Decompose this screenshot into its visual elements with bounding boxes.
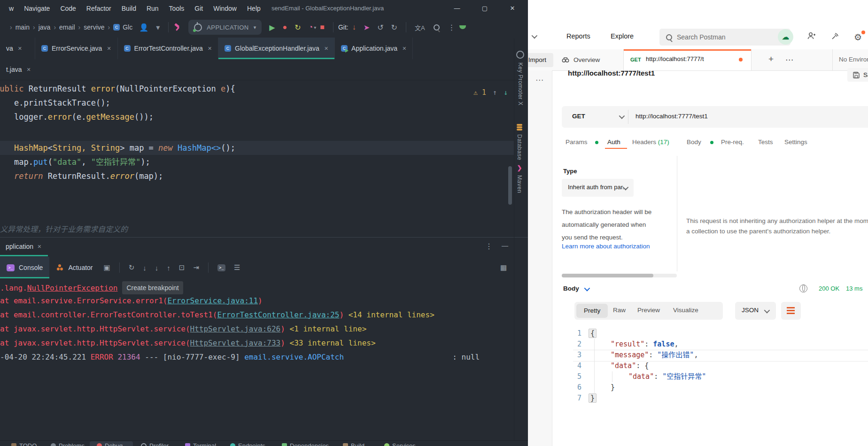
global-search-input[interactable]: Search Postman bbox=[659, 29, 790, 46]
tool-button-dependencies[interactable]: Dependencies bbox=[282, 442, 329, 446]
capture-requests-icon[interactable] bbox=[831, 32, 839, 43]
git-update-icon[interactable]: ↓ bbox=[352, 23, 356, 31]
environment-selector[interactable]: No Environment bbox=[839, 56, 868, 63]
horizontal-scrollbar[interactable] bbox=[562, 274, 677, 277]
tool-button-todo[interactable]: TODO bbox=[11, 442, 37, 446]
breadcrumb-email[interactable]: email bbox=[59, 23, 75, 31]
breadcrumb-java[interactable]: java bbox=[39, 23, 51, 31]
scrollbar-thumb[interactable] bbox=[562, 274, 653, 277]
menu-window[interactable]: Window bbox=[208, 5, 242, 12]
menu-view-partial[interactable]: w bbox=[4, 5, 19, 12]
breadcrumb-servive[interactable]: servive bbox=[84, 23, 104, 31]
invite-user-icon[interactable] bbox=[807, 32, 816, 43]
users-icon[interactable]: 👤 bbox=[139, 23, 148, 32]
profiler-button[interactable]: ↻ bbox=[294, 23, 301, 32]
nav-reports[interactable]: Reports bbox=[566, 32, 590, 40]
tab-body[interactable]: Body bbox=[687, 138, 701, 146]
tool-button-debug[interactable]: Debug bbox=[97, 442, 123, 446]
history-back-icon[interactable]: ↺ bbox=[377, 23, 383, 32]
coverage-button[interactable]: ◔ bbox=[309, 23, 313, 31]
tool-button-terminal[interactable]: Terminal bbox=[185, 442, 216, 446]
json-line[interactable]: 5"data": "空指针异常" bbox=[562, 371, 868, 382]
next-error-icon[interactable]: ↓ bbox=[504, 88, 508, 97]
method-selector[interactable]: GET bbox=[572, 113, 585, 120]
run-configuration-widget[interactable]: APPLICATION ▾ bbox=[188, 20, 262, 35]
sidebar-more-icon[interactable]: ⋯ bbox=[535, 75, 544, 85]
close-icon[interactable]: ✕ bbox=[107, 46, 111, 52]
tool-button-services[interactable]: Services bbox=[384, 442, 416, 446]
history-forward-icon[interactable]: ↻ bbox=[391, 23, 397, 32]
tab-request-active[interactable]: GET http://localhost:7777/t bbox=[623, 49, 752, 70]
chevron-down-icon[interactable]: ▾ bbox=[156, 23, 160, 32]
tab-options-icon[interactable]: ⋯ bbox=[785, 55, 794, 65]
console-line[interactable]: at email.servive.ErrorService.error1(Err… bbox=[0, 295, 263, 307]
warning-icon[interactable]: ⚠ 1 bbox=[473, 88, 486, 97]
console-line[interactable]: at javax.servlet.http.HttpServlet.servic… bbox=[0, 338, 376, 349]
nav-explore[interactable]: Explore bbox=[611, 32, 634, 40]
tab-globalexceptionhandler[interactable]: C GlobalExceptionHandler.java ✕ bbox=[218, 38, 335, 59]
tool-button-profiler[interactable]: Profiler bbox=[141, 442, 169, 446]
tab-auth[interactable]: Auth bbox=[607, 138, 620, 146]
menu-refactor[interactable]: Refactor bbox=[81, 5, 116, 12]
tab-errorservice[interactable]: C ErrorService.java ✕ bbox=[35, 38, 118, 59]
maximize-button[interactable]: ▢ bbox=[474, 0, 495, 17]
git-push-icon[interactable]: ➤ bbox=[364, 23, 370, 32]
menu-run[interactable]: Run bbox=[141, 5, 164, 12]
tab-pre-request[interactable]: Pre-req. bbox=[721, 138, 744, 146]
menu-help[interactable]: Help bbox=[242, 5, 266, 12]
hide-panel-icon[interactable]: — bbox=[502, 242, 508, 249]
plugin-icon[interactable] bbox=[459, 25, 466, 29]
save-button[interactable]: Save bbox=[847, 68, 868, 82]
console-tab[interactable]: >_ Console bbox=[0, 257, 49, 278]
hammer-icon[interactable] bbox=[173, 23, 182, 31]
view-pretty[interactable]: Pretty bbox=[576, 304, 608, 318]
sync-cloud-icon[interactable]: ☁ bbox=[778, 29, 793, 45]
tab-errortestcontroller[interactable]: C ErrorTestController.java ✕ bbox=[118, 38, 219, 59]
close-icon[interactable]: ✕ bbox=[26, 67, 31, 73]
menu-navigate[interactable]: Navigate bbox=[19, 5, 55, 12]
step-down2-icon[interactable]: ↓ bbox=[155, 264, 159, 272]
breadcrumb-main[interactable]: main bbox=[16, 23, 30, 31]
scroll-to-end-icon[interactable]: ⊡ bbox=[179, 263, 185, 272]
step-up-icon[interactable]: ↑ bbox=[167, 264, 170, 272]
view-preview[interactable]: Preview bbox=[637, 307, 660, 314]
tool-button-database[interactable]: Database bbox=[516, 124, 523, 160]
close-icon[interactable]: ✕ bbox=[324, 46, 328, 52]
json-line[interactable]: 7} bbox=[562, 393, 868, 404]
tool-button-build[interactable]: Build bbox=[343, 442, 364, 446]
tab-overview[interactable]: Overview bbox=[555, 49, 624, 70]
tab-partial-java[interactable]: va ✕ bbox=[0, 38, 35, 59]
close-icon[interactable]: ✕ bbox=[208, 46, 212, 52]
format-selector[interactable]: JSON bbox=[735, 302, 776, 320]
menu-code[interactable]: Code bbox=[55, 5, 81, 12]
prev-error-icon[interactable]: ↑ bbox=[493, 88, 497, 97]
stop-button[interactable]: ■ bbox=[320, 23, 325, 31]
tab-settings[interactable]: Settings bbox=[784, 138, 807, 146]
softwrap-icon[interactable]: ▣ bbox=[104, 263, 110, 272]
tab-tests[interactable]: Tests bbox=[758, 138, 773, 146]
auth-learn-more-link[interactable]: Learn more about authorization bbox=[562, 243, 650, 250]
run-button[interactable]: ▶ bbox=[269, 23, 275, 32]
skip-icon[interactable]: ⇥ bbox=[193, 263, 199, 272]
tab-headers[interactable]: Headers (17) bbox=[632, 138, 669, 146]
json-line[interactable]: 6} bbox=[562, 382, 868, 393]
kebab-menu-icon[interactable]: ⋮ bbox=[448, 23, 456, 32]
create-breakpoint-tooltip[interactable]: Create breakpoint bbox=[122, 281, 183, 294]
tab-params[interactable]: Params bbox=[566, 138, 588, 146]
json-line[interactable]: 2"result": false, bbox=[562, 339, 868, 350]
run-tab-application[interactable]: pplication ✕ bbox=[0, 238, 47, 255]
translate-icon[interactable]: 文A bbox=[415, 23, 425, 32]
editor-scrollbar[interactable] bbox=[508, 166, 512, 205]
url-input[interactable]: http://localhost:7777/test1 bbox=[636, 113, 708, 120]
body-chevron-icon[interactable] bbox=[584, 285, 590, 292]
breadcrumb-class[interactable]: Glc bbox=[123, 23, 132, 31]
kebab-menu-icon[interactable]: ⋮ bbox=[485, 242, 493, 251]
actuator-tab[interactable]: Actuator bbox=[49, 257, 99, 278]
response-status[interactable]: 200 OK bbox=[819, 285, 839, 292]
tool-button-maven[interactable]: ❯ Maven bbox=[516, 164, 523, 193]
settings-gear-icon[interactable]: ⚙ bbox=[854, 32, 862, 43]
search-icon[interactable] bbox=[434, 24, 440, 31]
close-icon[interactable]: ✕ bbox=[37, 244, 41, 250]
step-down-icon[interactable]: ↓ bbox=[143, 264, 147, 272]
close-button[interactable]: ✕ bbox=[502, 0, 523, 17]
